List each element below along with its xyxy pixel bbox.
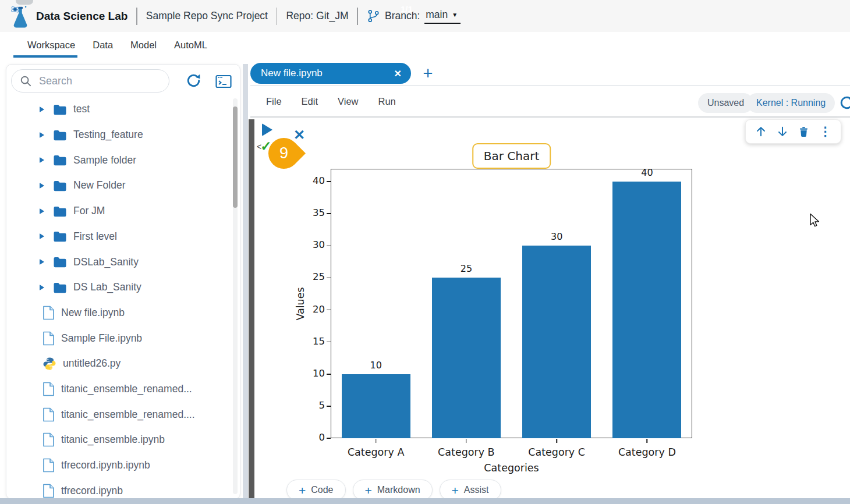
chevron-right-icon[interactable] — [40, 183, 44, 189]
search-icon — [20, 75, 32, 87]
app-header: Data Science Lab Sample Repo Sync Projec… — [0, 0, 850, 33]
file-icon — [42, 458, 55, 473]
tree-item-folder[interactable]: test — [6, 97, 240, 122]
tree-item-file[interactable]: Sample File.ipynb — [6, 325, 240, 351]
app-window: Data Science Lab Sample Repo Sync Projec… — [0, 0, 850, 504]
refresh-tree-button[interactable] — [185, 72, 202, 89]
y-tick-label: 40 — [293, 175, 325, 186]
y-tick-label: 35 — [293, 207, 325, 218]
main-scrollbar-thumb[interactable] — [249, 119, 254, 498]
sidebar-scrollbar-thumb[interactable] — [233, 107, 238, 208]
folder-icon — [53, 230, 67, 242]
tab-model[interactable]: Model — [130, 33, 157, 58]
tree-item-folder[interactable]: For JM — [6, 198, 240, 224]
add-cell-buttons: +Code+Markdown+Assist — [286, 480, 501, 501]
tree-item-file[interactable]: titanic_ensemble_renamed... — [6, 377, 240, 402]
add-assist-button[interactable]: +Assist — [440, 480, 501, 501]
add-markdown-button[interactable]: +Markdown — [353, 480, 433, 501]
tree-item-folder[interactable]: New Folder — [6, 173, 240, 198]
folder-icon — [53, 205, 67, 217]
bar-value-label: 25 — [461, 263, 472, 274]
chevron-right-icon[interactable] — [40, 132, 44, 138]
chevron-right-icon[interactable] — [40, 107, 44, 112]
tree-item-label: DS Lab_Sanity — [73, 281, 141, 293]
menu-edit[interactable]: Edit — [300, 94, 319, 109]
y-tick-mark — [327, 246, 331, 247]
bar-category-b — [432, 278, 501, 438]
bar-value-label: 30 — [551, 231, 562, 242]
menu-view[interactable]: View — [337, 94, 359, 109]
tree-item-python[interactable]: untitled26.py — [6, 351, 240, 377]
tree-item-label: New Folder — [73, 179, 125, 191]
x-tick-mark — [556, 439, 557, 443]
tour-step-number: 9 — [279, 144, 288, 162]
tab-data[interactable]: Data — [93, 33, 113, 58]
y-tick-label: 5 — [293, 400, 325, 411]
y-tick-label: 25 — [293, 271, 325, 282]
repo-name: Repo: Git_JM — [286, 10, 348, 22]
tree-item-folder[interactable]: Sample folder — [6, 147, 240, 173]
tree-item-file[interactable]: tfrecord.ipynb — [6, 478, 240, 500]
add-button-label: Assist — [464, 485, 489, 495]
refresh-icon — [839, 95, 850, 111]
folder-icon — [53, 256, 67, 268]
bar-category-c — [522, 246, 591, 438]
mouse-cursor — [808, 213, 821, 228]
app-title: Data Science Lab — [36, 10, 128, 23]
tree-item-folder[interactable]: DSLab_Sanity — [6, 249, 240, 275]
tree-item-file[interactable]: New file.ipynb — [6, 300, 240, 326]
tree-item-file[interactable]: tfrecord.ipynb.ipynb — [6, 453, 240, 478]
search-input[interactable] — [38, 74, 157, 88]
menu-file[interactable]: File — [265, 94, 283, 109]
plus-icon: + — [365, 484, 372, 496]
x-tick-mark — [466, 439, 467, 443]
move-cell-down-button[interactable] — [775, 125, 789, 139]
app-logo-icon — [9, 5, 31, 28]
file-tree: testTesting_featureSample folderNew Fold… — [6, 97, 240, 499]
header-divider — [136, 8, 137, 25]
menu-run[interactable]: Run — [377, 94, 397, 109]
tree-item-label: titanic_ensemble_renamed... — [61, 383, 192, 395]
primary-nav: WorkspaceDataModelAutoML — [0, 32, 850, 58]
move-cell-up-button[interactable] — [754, 125, 768, 139]
tree-item-label: titanic_ensemble_renamed.... — [61, 409, 195, 421]
run-cell-button[interactable] — [262, 123, 272, 136]
main-scrollbar-track[interactable] — [243, 64, 248, 499]
bottom-scrollbar-strip[interactable] — [0, 498, 850, 504]
tree-item-label: First level — [73, 230, 117, 243]
cell-toolbar: ⋮ — [745, 119, 841, 144]
tree-item-folder[interactable]: Testing_feature — [6, 122, 240, 148]
chevron-right-icon[interactable] — [40, 157, 44, 163]
branch-selector[interactable]: Branch: main ▼ — [367, 9, 461, 24]
new-tab-button[interactable]: + — [418, 63, 438, 83]
tree-item-folder[interactable]: First level — [6, 224, 240, 250]
open-file-tab[interactable]: New file.ipynb ✕ — [250, 63, 411, 84]
x-tick-mark — [647, 439, 648, 443]
chevron-right-icon[interactable] — [40, 259, 44, 265]
y-tick-mark — [327, 310, 331, 311]
restart-kernel-button[interactable] — [839, 95, 850, 110]
tree-item-folder[interactable]: DS Lab_Sanity — [6, 275, 240, 300]
kebab-menu-icon: ⋮ — [819, 125, 831, 139]
tab-automl[interactable]: AutoML — [174, 33, 207, 58]
chevron-right-icon[interactable] — [40, 233, 44, 239]
y-tick-mark — [327, 213, 331, 214]
chart-xlabel: Categories — [484, 462, 539, 474]
search-box[interactable] — [11, 69, 169, 93]
tab-workspace[interactable]: Workspace — [27, 33, 75, 58]
file-icon — [42, 382, 55, 396]
kernel-status-badge: Kernel : Running — [747, 93, 835, 113]
chevron-right-icon[interactable] — [40, 285, 44, 290]
bar-value-label: 10 — [370, 360, 381, 371]
notebook-menu-bar: FileEditViewRun Unsaved Kernel : Running — [250, 86, 850, 118]
add-code-button[interactable]: +Code — [286, 480, 346, 501]
branch-value: main — [426, 9, 448, 21]
cell-more-options-button[interactable]: ⋮ — [819, 125, 833, 139]
tree-item-file[interactable]: titanic_ensemble.ipynb — [6, 427, 240, 453]
tree-item-file[interactable]: titanic_ensemble_renamed.... — [6, 402, 240, 427]
tree-item-label: test — [73, 103, 90, 115]
delete-cell-button[interactable] — [797, 125, 811, 139]
terminal-button[interactable] — [215, 73, 232, 90]
chevron-right-icon[interactable] — [40, 208, 44, 214]
close-tab-icon[interactable]: ✕ — [394, 68, 402, 79]
